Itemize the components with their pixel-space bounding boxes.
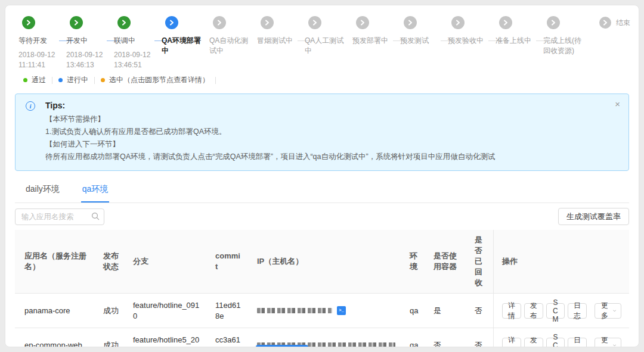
table-row: ep-common-web 成功 feature/hotline5_201809… (15, 328, 629, 347)
env-value: qa (400, 328, 424, 347)
legend-divider (52, 77, 52, 84)
pipeline-step[interactable]: 完成上线(待回收资源) (543, 16, 591, 70)
pipeline-step[interactable]: 预发部署中 (352, 16, 400, 70)
step-chevron-icon[interactable] (70, 16, 83, 29)
step-chevron-icon[interactable] (308, 16, 321, 29)
step-chevron-icon[interactable] (499, 16, 512, 29)
pipeline-step[interactable]: 准备上线中 (496, 16, 543, 70)
step-time: 13:46:51 (114, 60, 157, 70)
log-button[interactable]: 日 志 (568, 338, 587, 348)
more-button-label: 更 多 (600, 301, 609, 321)
step-label: QA自动化测试中 (209, 36, 252, 56)
tips-line: 待所有应用都成功部署QA环境，请测试负责人点击“完成QA环境部署”，项目进入“q… (45, 151, 605, 163)
pipeline-step[interactable]: 冒烟测试中 (257, 16, 305, 70)
pipeline-step[interactable]: QA自动化测试中 (209, 16, 257, 70)
step-chevron-icon[interactable] (22, 16, 35, 29)
step-label: 准备上线中 (496, 36, 538, 46)
col-header-app-name: 应用名（服务注册名） (15, 230, 94, 293)
legend-label: 通过 (32, 75, 46, 85)
step-label: QA人工测试中 (305, 36, 348, 56)
step-chevron-icon[interactable] (599, 17, 611, 29)
recycled-value: 否 (465, 328, 493, 347)
search-wrap (15, 208, 104, 225)
col-header-publish-status: 发布状态 (94, 230, 123, 293)
close-icon[interactable]: × (615, 99, 620, 109)
step-label: 预发验收中 (448, 36, 491, 46)
toolbar: 生成测试覆盖率 (15, 208, 629, 225)
legend-dot-icon (58, 78, 63, 82)
col-header-env: 环境 (400, 230, 424, 293)
step-label: 开发中 (66, 36, 109, 46)
step-chevron-icon[interactable] (117, 16, 131, 29)
pipeline-step[interactable]: 联调中 2018-09-12 13:46:51 (114, 16, 162, 70)
environment-tab[interactable]: qa环境 (81, 180, 110, 203)
legend-dot-icon (23, 78, 27, 82)
search-icon[interactable] (91, 212, 100, 223)
legend-divider (215, 77, 216, 84)
info-icon: i (26, 101, 35, 111)
pipeline-step[interactable]: 预发验收中 (448, 16, 496, 70)
generate-coverage-button[interactable]: 生成测试覆盖率 (558, 208, 629, 225)
more-button[interactable]: 更 多 (595, 303, 621, 319)
actions-cell: 详 情 发 布 SCM 日 志 更 多 (493, 294, 629, 328)
pipeline-step[interactable]: QA环境部署中 (162, 16, 209, 70)
legend-divider (94, 77, 95, 84)
col-header-actions: 操作 (493, 230, 629, 293)
scm-button[interactable]: SCM (546, 303, 565, 319)
step-chevron-icon[interactable] (451, 16, 465, 29)
log-button[interactable]: 日 志 (568, 303, 587, 319)
col-header-branch: 分支 (123, 230, 206, 293)
chevron-down-icon (613, 344, 616, 347)
more-button[interactable]: 更 多 (595, 338, 621, 348)
step-time: 11:11:41 (18, 60, 61, 70)
step-chevron-icon[interactable] (404, 16, 417, 29)
container-value: 是 (424, 294, 465, 328)
tips-line: 【如何进入下一环节】 (45, 138, 605, 151)
col-header-container: 是否使用容器 (424, 230, 465, 293)
pipeline-step[interactable]: 结束 (599, 16, 635, 29)
step-label: 结束 (616, 18, 630, 28)
step-label: 预发测试 (400, 36, 443, 46)
environment-tabs: daily环境 qa环境 (15, 180, 629, 203)
table-row: panama-core 成功 feature/hotline_0910 11ed… (15, 294, 629, 328)
environment-tab[interactable]: daily环境 (24, 180, 61, 203)
detail-button[interactable]: 详 情 (502, 338, 521, 348)
pipeline-step[interactable]: 等待开发 2018-09-12 11:11:41 (18, 16, 66, 70)
apply-account-button[interactable]: 申请账号 (256, 345, 308, 347)
branch: feature/hotline5_20180912_hhb (123, 328, 206, 347)
terminal-icon[interactable]: >_ (337, 306, 346, 315)
branch: feature/hotline_0910 (123, 294, 206, 328)
col-header-ip: IP（主机名） (247, 230, 400, 293)
step-chevron-icon[interactable] (165, 16, 178, 29)
legend-item: 通过 (23, 75, 58, 85)
step-label: 联调中 (114, 36, 157, 46)
env-value: qa (400, 294, 424, 328)
publish-button[interactable]: 发 布 (524, 303, 543, 319)
ip-hostname-cell: >_ (247, 294, 400, 328)
tips-title: Tips: (45, 100, 605, 111)
table-body: panama-core 成功 feature/hotline_0910 11ed… (15, 294, 629, 347)
step-chevron-icon[interactable] (261, 16, 274, 29)
pipeline-step[interactable]: QA人工测试中 (305, 16, 352, 70)
pipeline-step[interactable]: 预发测试 (400, 16, 448, 70)
detail-button[interactable]: 详 情 (502, 303, 521, 319)
legend-item: 选中（点击圆形节点查看详情） (101, 75, 222, 85)
tips-line: 【本环节需操作】 (45, 113, 605, 126)
pipeline-step[interactable]: 开发中 2018-09-12 13:46:13 (66, 16, 114, 70)
publish-button[interactable]: 发 布 (524, 338, 543, 348)
step-chevron-icon[interactable] (547, 16, 560, 29)
publish-status: 成功 (94, 294, 123, 328)
legend-dot-icon (101, 78, 105, 82)
main-card: 等待开发 2018-09-12 11:11:41 开发中 2018-09-12 … (5, 5, 639, 347)
step-time: 13:46:13 (66, 60, 109, 70)
step-date: 2018-09-12 (18, 50, 61, 60)
step-chevron-icon[interactable] (213, 16, 226, 29)
scm-button[interactable]: SCM (546, 338, 565, 348)
step-chevron-icon[interactable] (356, 16, 369, 29)
commit-hash: cc3a61ec (206, 328, 247, 347)
apps-table: 应用名（服务注册名） 发布状态 分支 commit IP（主机名） 环境 是否使… (15, 230, 629, 347)
recycled-value: 否 (465, 294, 493, 328)
col-header-recycled: 是否已回收 (465, 230, 493, 293)
redacted-ip (257, 308, 332, 313)
pipeline-stepper: 等待开发 2018-09-12 11:11:41 开发中 2018-09-12 … (5, 5, 639, 70)
